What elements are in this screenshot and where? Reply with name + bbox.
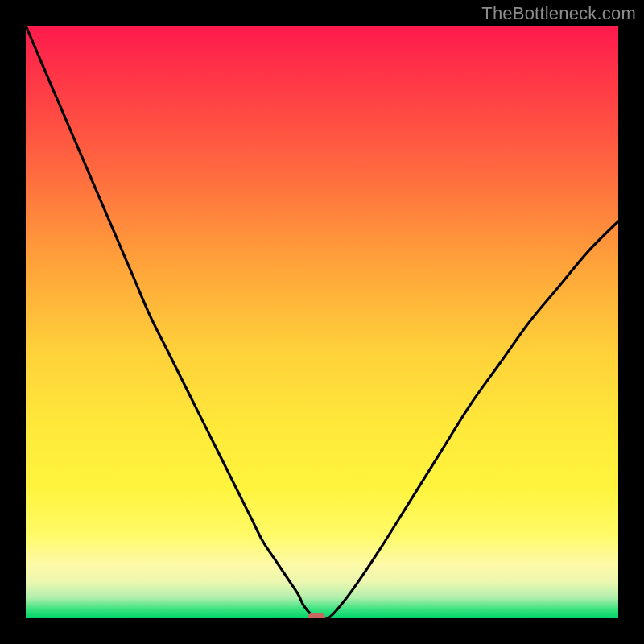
plot-area — [26, 26, 618, 618]
watermark-text: TheBottleneck.com — [481, 3, 636, 24]
minimum-marker — [308, 613, 325, 618]
chart-frame: TheBottleneck.com — [0, 0, 644, 644]
bottleneck-curve — [26, 26, 618, 618]
curve-layer — [26, 26, 618, 618]
